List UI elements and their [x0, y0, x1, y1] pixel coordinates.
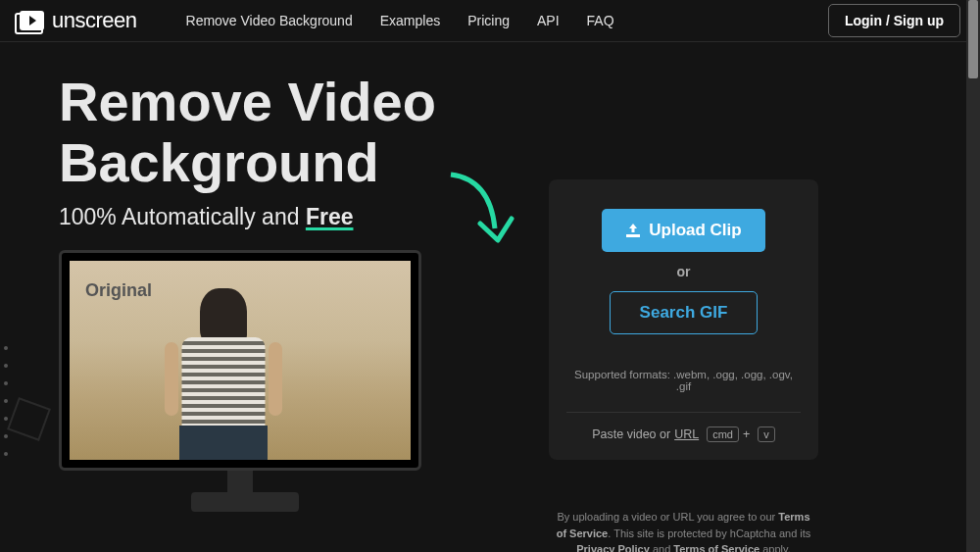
nav-examples[interactable]: Examples: [380, 13, 440, 28]
nav-pricing[interactable]: Pricing: [467, 13, 510, 28]
nav-faq[interactable]: FAQ: [587, 13, 614, 28]
upload-icon: [625, 224, 641, 237]
or-divider: or: [566, 264, 801, 279]
page-title: Remove Video Background: [59, 72, 480, 192]
logo-text: unscreen: [52, 8, 137, 33]
search-gif-button[interactable]: Search GIF: [610, 291, 759, 334]
header: unscreen Remove Video Background Example…: [0, 0, 980, 42]
original-label: Original: [85, 280, 152, 301]
demo-monitor: Original: [59, 250, 421, 520]
legal-text: By uploading a video or URL you agree to…: [549, 509, 818, 552]
upload-panel: Upload Clip or Search GIF Supported form…: [549, 179, 818, 460]
kbd-cmd: cmd: [707, 427, 739, 442]
upload-clip-button[interactable]: Upload Clip: [602, 209, 764, 252]
supported-formats: Supported formats: .webm, .ogg, .ogg, .o…: [566, 369, 801, 392]
nav-api[interactable]: API: [537, 13, 560, 28]
tos-link-2[interactable]: Terms of Service: [673, 543, 760, 552]
subtitle: 100% Automatically and Free: [59, 204, 480, 230]
url-link[interactable]: URL: [674, 427, 699, 441]
main-nav: Remove Video Background Examples Pricing…: [186, 13, 614, 28]
kbd-v: v: [758, 427, 775, 442]
scrollbar[interactable]: [966, 0, 980, 552]
login-signup-button[interactable]: Login / Sign up: [828, 4, 960, 37]
play-icon: [20, 11, 44, 30]
demo-video: Original: [70, 261, 411, 460]
arrow-icon: [441, 170, 519, 258]
nav-remove-bg[interactable]: Remove Video Background: [186, 13, 353, 28]
paste-row: Paste video or URL cmd + v: [566, 412, 801, 442]
logo[interactable]: unscreen: [20, 8, 137, 33]
privacy-link[interactable]: Privacy Policy: [576, 543, 650, 552]
scrollbar-thumb[interactable]: [968, 0, 978, 78]
